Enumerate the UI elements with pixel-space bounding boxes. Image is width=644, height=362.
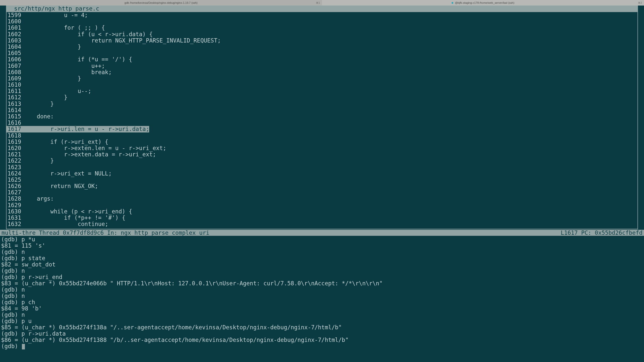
source-row: 1600: [7, 18, 637, 25]
console-line: (gdb) n: [1, 287, 643, 293]
line-number: 1630: [7, 208, 23, 215]
code-text: }: [23, 94, 67, 101]
line-number: 1600: [7, 18, 23, 25]
source-row: 1628 args:: [7, 196, 637, 202]
console-line: $85 = (u_char *) 0x55bd274f138a "/..ser-…: [1, 324, 643, 331]
code-text: }: [23, 158, 54, 164]
gdb-console[interactable]: (gdb) p *u$81 = 115 's'(gdb) n(gdb) p st…: [0, 236, 644, 362]
source-row: 1610: [7, 82, 637, 88]
source-row: 1618: [7, 132, 637, 139]
console-line: (gdb) p *u: [1, 236, 643, 243]
source-row: 1606 if (*u == '/') {: [7, 56, 637, 63]
source-code-viewport[interactable]: 1599 u -= 4;16001601 for ( ;; ) {1602 if…: [6, 12, 638, 229]
code-text: r->exten.len = u - r->uri_ext;: [23, 145, 166, 151]
console-line: $81 = 115 's': [1, 243, 643, 249]
code-text: continue;: [23, 221, 108, 227]
line-number: 1629: [7, 202, 23, 208]
source-row: 1614: [7, 107, 637, 113]
line-number: 1632: [7, 221, 23, 227]
code-text: for ( ;; ) {: [23, 25, 105, 31]
line-number: 1628: [7, 196, 23, 202]
tab-hotkey: ⌘2: [638, 2, 642, 4]
code-text: }: [23, 101, 54, 107]
source-row: 1624 r->uri_ext = NULL;: [7, 170, 637, 177]
line-number: 1616: [7, 120, 23, 126]
line-number: 1608: [7, 69, 23, 75]
source-row: 1611 u--;: [7, 88, 637, 94]
code-text: break;: [23, 69, 112, 75]
source-row: 1615 done:: [7, 113, 637, 120]
console-line: (gdb) n: [1, 293, 643, 299]
code-text: if (*u == '/') {: [23, 56, 132, 63]
source-row: 1602 if (u < r->uri.data) {: [7, 31, 637, 37]
cursor-icon: [22, 344, 25, 349]
status-right: L1617 PC: 0x55bd26cfbefd: [561, 230, 642, 236]
source-row: 1629: [7, 202, 637, 208]
source-row: 1623: [7, 164, 637, 170]
line-number: 1618: [7, 132, 23, 139]
source-path: src/http/ngx_http_parse.c: [14, 5, 99, 12]
code-text: return NGX_HTTP_PARSE_INVALID_REQUEST;: [23, 37, 221, 44]
console-line: (gdb) n: [1, 312, 643, 318]
source-row: 1599 u -= 4;: [7, 12, 637, 18]
line-number: 1614: [7, 107, 23, 113]
source-row: 1607 u++;: [7, 63, 637, 69]
console-line: $82 = sw_dot_dot: [1, 261, 643, 268]
line-number: 1605: [7, 50, 23, 56]
console-line: (gdb) p r->uri_end: [1, 274, 643, 280]
code-text: }: [23, 75, 81, 82]
code-text: done:: [23, 113, 54, 120]
window-titlebar: gdb /home/kevinsa/Desktop/nginx-debug/ng…: [0, 0, 644, 6]
source-row: 1622 }: [7, 158, 637, 164]
terminal-tab-2[interactable]: @bjfk-staging-c178:/home/web_server/last…: [322, 0, 644, 6]
line-number: 1601: [7, 25, 23, 31]
line-number: 1611: [7, 88, 23, 94]
code-text: if (u < r->uri.data) {: [23, 31, 153, 37]
console-line: (gdb) p u: [1, 318, 643, 324]
code-text: if (r->uri_ext) {: [23, 139, 108, 145]
source-row: 1605: [7, 50, 637, 56]
source-row: 1627: [7, 189, 637, 196]
source-row: 1601 for ( ;; ) {: [7, 25, 637, 31]
tab-label: @bjfk-staging-c178:/home/web_server/last…: [455, 1, 514, 4]
console-line: (gdb) n: [1, 268, 643, 274]
source-row: 1609 }: [7, 75, 637, 82]
source-row: 1603 return NGX_HTTP_PARSE_INVALID_REQUE…: [7, 37, 637, 44]
line-number: 1617: [7, 126, 23, 132]
code-text: r->uri.len = u - r->uri.data;: [23, 126, 149, 132]
source-row: 1608 break;: [7, 69, 637, 75]
line-number: 1627: [7, 189, 23, 196]
tab-hotkey: ⌘1: [316, 2, 320, 4]
line-number: 1622: [7, 158, 23, 164]
terminal-tab-1[interactable]: gdb /home/kevinsa/Desktop/nginx-debug/ng…: [0, 0, 322, 6]
source-row: 1604 }: [7, 44, 637, 50]
line-number: 1607: [7, 63, 23, 69]
console-line: (gdb): [1, 343, 643, 349]
line-number: 1631: [7, 215, 23, 221]
line-number: 1626: [7, 183, 23, 189]
console-line: (gdb) p r->uri.data: [1, 331, 643, 337]
line-number: 1620: [7, 145, 23, 151]
source-row: 1631 if (*p++ != '#') {: [7, 215, 637, 221]
source-path-header: src/http/ngx_http_parse.c: [0, 6, 644, 12]
code-text: u -= 4;: [23, 12, 88, 18]
code-text: r->exten.data = r->uri_ext;: [23, 151, 156, 158]
console-line: (gdb) n: [1, 249, 643, 255]
code-text: }: [23, 44, 81, 50]
console-line: (gdb) p state: [1, 255, 643, 261]
current-line-marker-icon: >: [6, 126, 7, 132]
source-row: 1620 r->exten.len = u - r->uri_ext;: [7, 145, 637, 151]
line-number: 1606: [7, 56, 23, 63]
source-row: >1617 r->uri.len = u - r->uri.data;: [7, 126, 637, 132]
source-row: 1630 while (p < r->uri_end) {: [7, 208, 637, 215]
activity-dot-icon: [452, 2, 453, 4]
source-row: 1621 r->exten.data = r->uri_ext;: [7, 151, 637, 158]
source-row: 1625: [7, 177, 637, 183]
code-text: args:: [23, 196, 54, 202]
line-number: 1603: [7, 37, 23, 44]
code-text: u--;: [23, 88, 91, 94]
line-number: 1623: [7, 164, 23, 170]
code-text: if (*p++ != '#') {: [23, 215, 125, 221]
source-row: 1632 continue;: [7, 221, 637, 227]
line-number: 1610: [7, 82, 23, 88]
